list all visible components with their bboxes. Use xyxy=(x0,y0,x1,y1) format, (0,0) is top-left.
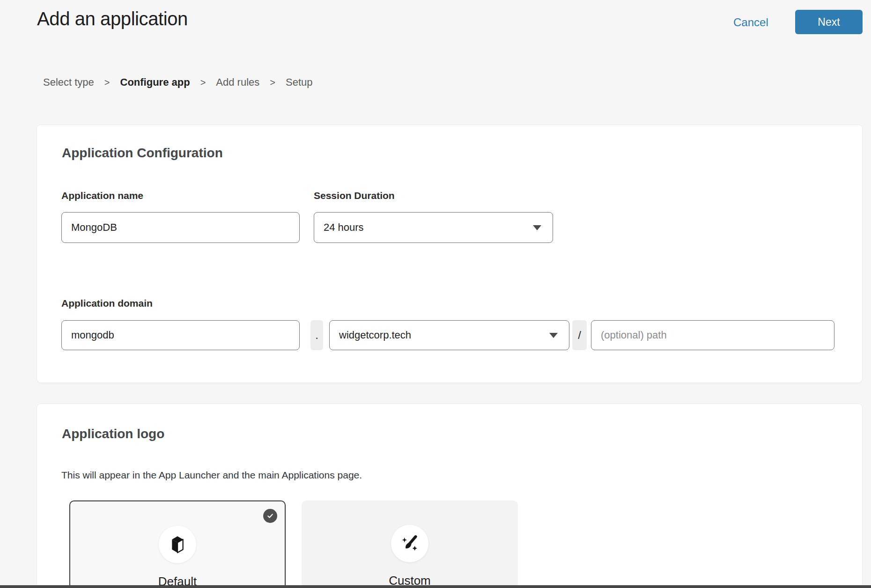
selected-check-badge xyxy=(263,509,277,523)
logo-option-default[interactable]: Default xyxy=(69,500,286,588)
domain-select[interactable]: widgetcorp.tech xyxy=(329,320,569,350)
breadcrumb: Select type > Configure app > Add rules … xyxy=(43,76,312,88)
chevron-down-icon xyxy=(533,225,541,230)
application-domain-label: Application domain xyxy=(61,298,153,309)
breadcrumb-step-setup[interactable]: Setup xyxy=(286,76,313,88)
cube-icon xyxy=(168,535,187,554)
path-input[interactable] xyxy=(591,320,834,350)
session-duration-label: Session Duration xyxy=(314,190,395,201)
bottom-edge-bar xyxy=(0,585,871,588)
paintbrush-icon xyxy=(400,534,420,553)
default-logo-circle xyxy=(159,526,196,563)
breadcrumb-step-add-rules[interactable]: Add rules xyxy=(216,76,259,88)
breadcrumb-separator: > xyxy=(200,77,206,88)
session-duration-select[interactable]: 24 hours xyxy=(314,212,553,243)
logo-option-custom[interactable]: Custom xyxy=(302,500,518,588)
logo-option-tiles: Default Custom xyxy=(69,500,518,588)
page-title: Add an application xyxy=(37,8,188,29)
application-configuration-card: Application Configuration Application na… xyxy=(37,125,862,382)
application-configuration-title: Application Configuration xyxy=(62,146,223,161)
application-logo-card: Application logo This will appear in the… xyxy=(37,404,862,588)
path-slash-separator: / xyxy=(572,320,587,350)
chevron-down-icon xyxy=(549,333,558,338)
application-logo-title: Application logo xyxy=(62,426,164,441)
breadcrumb-separator: > xyxy=(104,77,110,88)
cancel-button[interactable]: Cancel xyxy=(733,16,768,29)
breadcrumb-step-configure-app[interactable]: Configure app xyxy=(120,76,190,88)
application-name-input[interactable] xyxy=(61,212,300,243)
session-duration-value: 24 hours xyxy=(324,221,364,234)
domain-value: widgetcorp.tech xyxy=(339,329,411,341)
check-icon xyxy=(266,512,274,520)
custom-logo-circle xyxy=(391,525,428,562)
application-logo-description: This will appear in the App Launcher and… xyxy=(61,470,362,481)
breadcrumb-separator: > xyxy=(270,77,275,88)
subdomain-input[interactable] xyxy=(61,320,300,350)
breadcrumb-step-select-type[interactable]: Select type xyxy=(43,76,94,88)
domain-dot-separator: . xyxy=(310,320,323,350)
next-button[interactable]: Next xyxy=(795,10,863,34)
application-name-label: Application name xyxy=(61,190,143,201)
